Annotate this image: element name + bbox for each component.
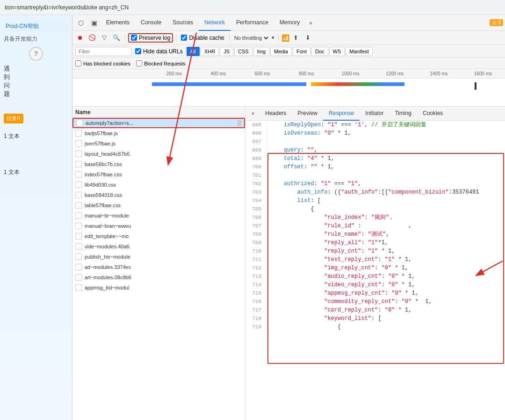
tab-memory[interactable]: Memory bbox=[274, 15, 305, 31]
file-item-8[interactable]: table57fbae.css bbox=[72, 200, 245, 210]
blocked-requests-label[interactable]: Blocked Requests bbox=[136, 60, 186, 66]
panel-tab-timing[interactable]: Timing bbox=[389, 107, 417, 121]
file-item-7[interactable]: base584018.css bbox=[72, 190, 245, 200]
filter-tag-img[interactable]: Img bbox=[253, 47, 269, 56]
tab-network[interactable]: Network bbox=[199, 15, 231, 31]
filter-tag-media[interactable]: Media bbox=[270, 47, 292, 56]
panel-tab-bar: × Headers Preview Response Initiator Tim… bbox=[245, 107, 505, 121]
app-container: tion=smartreply&t=ivr/keywords&toke ang=… bbox=[0, 0, 505, 420]
devtools-tab-bar: ⬡ ▣ Elements Console Sources Network Per… bbox=[72, 15, 505, 31]
preserve-log-label[interactable]: Preserve log bbox=[128, 33, 173, 43]
panel-tab-preview[interactable]: Preview bbox=[292, 107, 323, 121]
file-name-14: ad~modules.3374ec bbox=[85, 264, 242, 270]
tick-1000: 1000 ms bbox=[329, 71, 373, 76]
line-content-714: "video_reply_cnt": "0" * 1, bbox=[267, 281, 415, 289]
code-line-709: 709 "reply_all": "1"*1, bbox=[245, 239, 505, 247]
file-item-12[interactable]: vide~modules.40a6. bbox=[72, 241, 245, 252]
wifi-icon: 📶 bbox=[281, 34, 289, 42]
filter-tag-all[interactable]: All bbox=[187, 47, 200, 56]
hide-data-urls-label[interactable]: Hide data URLs bbox=[133, 48, 185, 55]
tab-performance[interactable]: Performance bbox=[231, 15, 274, 31]
line-content-698: query: "", bbox=[267, 146, 317, 154]
line-content-695: isReplyOpen: "1" === '1', // 开启了关键词回复 bbox=[267, 121, 426, 129]
filter-tag-js[interactable]: JS bbox=[220, 47, 233, 56]
warning-badge: ⚠ 3 bbox=[490, 19, 503, 26]
file-item-1[interactable]: badjs57fbae.js bbox=[72, 128, 245, 138]
file-icon-5 bbox=[75, 171, 82, 178]
file-item-9[interactable]: manual~br~module bbox=[72, 210, 245, 221]
panel-tab-cookies[interactable]: Cookies bbox=[417, 107, 448, 121]
code-line-719: 719 { bbox=[245, 323, 505, 331]
filter-tag-doc[interactable]: Doc bbox=[311, 47, 328, 56]
tick-1400: 1400 ms bbox=[417, 71, 461, 76]
tab-sources[interactable]: Sources bbox=[167, 15, 199, 31]
throttling-select[interactable]: No throttling bbox=[232, 35, 270, 41]
hide-data-urls-checkbox[interactable] bbox=[135, 48, 141, 54]
filter-tag-ws[interactable]: WS bbox=[329, 47, 345, 56]
file-item-5[interactable]: index57fbae.css bbox=[72, 169, 245, 180]
sidebar-item-1: 1 文本 bbox=[4, 132, 68, 140]
inspect-element-icon[interactable]: ⬡ bbox=[74, 16, 87, 29]
controls-bar: ⏺ 🚫 ▽ 🔍 Preserve log Disable cache No th… bbox=[72, 31, 505, 45]
panel-tab-headers[interactable]: Headers bbox=[260, 107, 292, 121]
clear-button[interactable]: 🚫 bbox=[87, 32, 98, 43]
separator-2 bbox=[176, 34, 176, 42]
panel-tab-initiator[interactable]: Initiator bbox=[360, 107, 389, 121]
disable-cache-label[interactable]: Disable cache bbox=[179, 35, 226, 41]
file-item-4[interactable]: base56bc7b.css bbox=[72, 159, 245, 169]
help-badge[interactable]: ? bbox=[29, 47, 43, 61]
line-content-709: "reply_all": "1"*1, bbox=[267, 239, 388, 247]
timeline-ruler: 200 ms 400 ms 600 ms 800 ms 1000 ms 1200… bbox=[72, 69, 505, 79]
search-icon[interactable]: 🔍 bbox=[111, 32, 122, 43]
code-line-698: 698 query: "", bbox=[245, 146, 505, 154]
file-item-16[interactable]: appmsg_list~modul bbox=[72, 282, 245, 293]
reply-button[interactable]: 回复R bbox=[4, 114, 23, 123]
panel-tab-response[interactable]: Response bbox=[323, 107, 360, 121]
code-line-696: 696 isOverseas: "0" * 1, bbox=[245, 129, 505, 138]
code-line-711: 711 "text_reply_cnt": "1" * 1, bbox=[245, 255, 505, 264]
file-item-3[interactable]: layout_head4c67b6. bbox=[72, 149, 245, 159]
file-item-13[interactable]: publish_his~module bbox=[72, 252, 245, 262]
line-content-719: { bbox=[267, 323, 341, 331]
file-item-14[interactable]: ad~modules.3374ec bbox=[72, 262, 245, 272]
file-item-2[interactable]: jserr57fbae.js bbox=[72, 138, 245, 149]
file-name-13: publish_his~module bbox=[85, 254, 242, 260]
code-line-708: 708 "rule_name": "测试", bbox=[245, 230, 505, 239]
filter-input[interactable] bbox=[75, 47, 131, 56]
file-item-0[interactable]: autoreply?action=s... bbox=[72, 118, 245, 128]
tab-elements[interactable]: Elements bbox=[101, 15, 135, 31]
file-item-10[interactable]: manual~bran~wweu bbox=[72, 221, 245, 231]
has-blocked-cookies-label[interactable]: Has blocked cookies bbox=[75, 60, 130, 66]
line-content-703: auth_info: ({"auth_info":[{"component_bi… bbox=[267, 188, 479, 196]
file-item-6[interactable]: lib49d030.css bbox=[72, 180, 245, 190]
line-content-702: authrized: "1" === "1", bbox=[267, 180, 361, 188]
tab-console[interactable]: Console bbox=[135, 15, 167, 31]
filter-tag-xhr[interactable]: XHR bbox=[201, 47, 219, 56]
download-icon[interactable]: ⬇ bbox=[303, 32, 314, 43]
line-content-718: "keyword_list": [ bbox=[267, 314, 382, 323]
record-button[interactable]: ⏺ bbox=[74, 32, 86, 43]
filter-icon[interactable]: ▽ bbox=[99, 32, 110, 43]
line-num-711: 711 bbox=[245, 255, 267, 264]
file-item-15[interactable]: art~modules.08c8b6 bbox=[72, 272, 245, 282]
preserve-log-checkbox[interactable] bbox=[131, 35, 137, 41]
throttle-dropdown-icon: ▼ bbox=[271, 35, 275, 40]
file-list-container[interactable]: autoreply?action=s... badjs57fbae.js jse… bbox=[72, 118, 245, 420]
code-viewer[interactable]: 695 isReplyOpen: "1" === '1', // 开启了关键词回… bbox=[245, 121, 505, 420]
sidebar-char-wen: 问 bbox=[4, 81, 10, 90]
line-num-718: 718 bbox=[245, 314, 267, 323]
filter-tag-manifest[interactable]: Manifest bbox=[346, 47, 373, 56]
file-item-11[interactable]: edit_template~~mo bbox=[72, 231, 245, 241]
filter-tag-css[interactable]: CSS bbox=[234, 47, 252, 56]
line-num-696: 696 bbox=[245, 129, 267, 138]
filter-tag-font[interactable]: Font bbox=[293, 47, 310, 56]
blocked-requests-checkbox[interactable] bbox=[136, 60, 142, 66]
close-panel-button[interactable]: × bbox=[248, 109, 258, 118]
disable-cache-checkbox[interactable] bbox=[181, 35, 187, 41]
question-mark: ? bbox=[34, 50, 38, 58]
more-tabs-icon[interactable]: » bbox=[305, 20, 316, 26]
has-blocked-cookies-checkbox[interactable] bbox=[75, 60, 81, 66]
file-icon-1 bbox=[75, 130, 82, 137]
upload-icon[interactable]: ⬆ bbox=[290, 32, 302, 43]
device-toggle-icon[interactable]: ▣ bbox=[87, 16, 101, 29]
